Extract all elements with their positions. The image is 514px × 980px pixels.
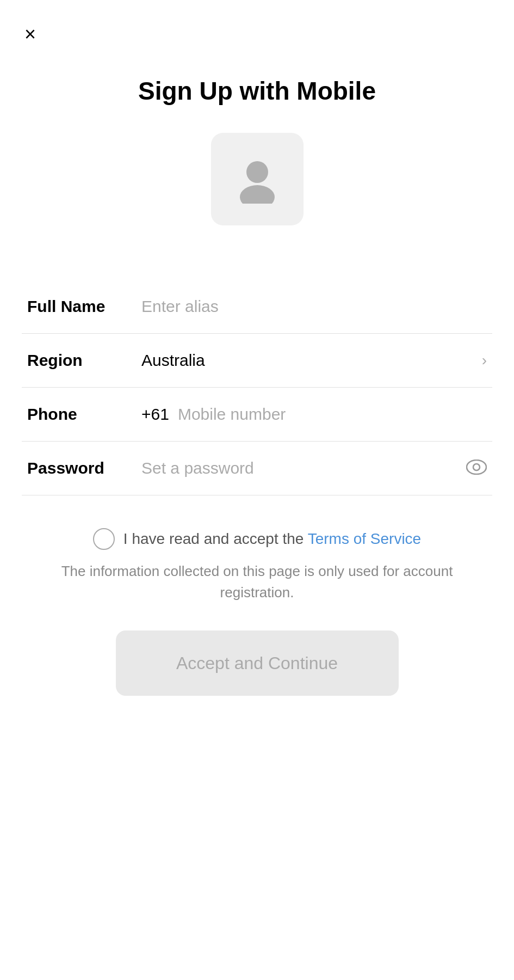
chevron-right-icon: › [482, 352, 487, 369]
svg-point-0 [246, 161, 268, 183]
region-row[interactable]: Region Australia › [22, 334, 492, 388]
password-label: Password [27, 459, 141, 477]
terms-text: I have read and accept the Terms of Serv… [123, 530, 421, 548]
full-name-row: Full Name [22, 280, 492, 334]
header-section: Sign Up with Mobile [22, 0, 492, 225]
svg-point-1 [240, 185, 275, 204]
terms-pre-text: I have read and accept the [123, 530, 308, 547]
page-title: Sign Up with Mobile [138, 76, 376, 106]
form-section: Full Name Region Australia › Phone +61 P… [22, 280, 492, 495]
phone-code: +61 [141, 405, 169, 424]
svg-point-2 [467, 460, 486, 474]
full-name-label: Full Name [27, 297, 141, 316]
region-label: Region [27, 351, 141, 370]
terms-row: I have read and accept the Terms of Serv… [93, 528, 421, 550]
full-name-input[interactable] [141, 297, 487, 316]
terms-section: I have read and accept the Terms of Serv… [22, 528, 492, 696]
phone-input[interactable] [178, 405, 487, 424]
accept-continue-button[interactable]: Accept and Continue [116, 630, 399, 696]
phone-input-group: +61 [141, 405, 487, 424]
svg-point-3 [473, 464, 480, 470]
avatar-icon [233, 155, 282, 204]
terms-of-service-link[interactable]: Terms of Service [308, 530, 422, 547]
phone-row: Phone +61 [22, 388, 492, 442]
region-value: Australia [141, 351, 476, 370]
privacy-notice: The information collected on this page i… [27, 561, 487, 603]
avatar-upload[interactable] [211, 133, 304, 225]
terms-checkbox[interactable] [93, 528, 115, 550]
password-row: Password [22, 442, 492, 495]
close-button[interactable]: × [22, 22, 39, 47]
password-input[interactable] [141, 459, 461, 477]
page-container: × Sign Up with Mobile Full Name Region A… [0, 0, 514, 980]
password-visibility-toggle[interactable] [466, 460, 487, 477]
phone-label: Phone [27, 405, 141, 424]
